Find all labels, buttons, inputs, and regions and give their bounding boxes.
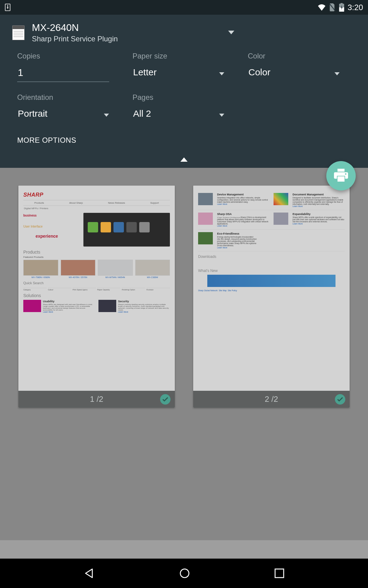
item-h: Sharp OSA [217, 213, 269, 216]
svg-rect-1 [338, 176, 345, 182]
learn-more: Learn More [43, 311, 95, 313]
color-label: Color [248, 52, 351, 60]
svg-rect-3 [275, 569, 284, 578]
quick-col: Colour [48, 288, 71, 291]
nav-item: News Releases [108, 202, 125, 204]
thumb [98, 300, 116, 312]
color-select[interactable]: Color [248, 65, 340, 81]
section-title: Quick Search [23, 281, 170, 285]
sol-h: Usability [43, 300, 95, 303]
chevron-up-icon [180, 157, 188, 163]
pages-value: All 2 [133, 108, 151, 119]
paper-size-select[interactable]: Letter [132, 65, 224, 81]
navigation-bar [0, 559, 368, 588]
quick-col: Print Speed (ppm) [73, 288, 96, 291]
hero-word: experience [36, 232, 79, 240]
quick-col: Category [23, 288, 47, 291]
svg-point-0 [345, 173, 347, 175]
quick-col: Paper Capacity [97, 288, 121, 291]
orientation-label: Orientation [17, 93, 120, 102]
hero-word: User Interface [23, 224, 79, 229]
orientation-value: Portrait [18, 108, 48, 119]
quick-col: Finishing Option [122, 288, 145, 291]
copies-field: Copies [17, 52, 120, 82]
printer-name: MX-2640N [32, 22, 118, 33]
learn-more: Learn More [293, 223, 345, 225]
collapse-handle[interactable] [0, 156, 368, 168]
item-h: Expandability [293, 213, 345, 216]
pages-select[interactable]: All 2 [132, 107, 224, 122]
sol-t: Sharp MFPs are designed with real-user f… [43, 303, 93, 311]
page-indicator: 2 /2 [265, 394, 278, 404]
item-t: Energy-saving technologies incorporated … [217, 236, 257, 247]
page-selected-check-icon[interactable] [160, 394, 171, 405]
learn-more: Learn More [217, 225, 269, 227]
thumb [23, 300, 41, 312]
preview-area: SHARP Products About Sharp News Releases… [0, 168, 368, 540]
section-title: What's New [198, 269, 345, 273]
chevron-down-icon [219, 108, 224, 119]
nav-item: Support [150, 202, 159, 204]
paper-size-label: Paper size [132, 52, 236, 60]
item-t: Seamless integration into office network… [217, 197, 268, 203]
color-value: Color [248, 67, 270, 77]
item-h: Document Management [293, 193, 345, 196]
learn-more: Learn More [217, 203, 269, 205]
clock: 3:20 [347, 3, 363, 12]
copies-label: Copies [17, 52, 120, 60]
chevron-down-icon [219, 67, 224, 77]
page-indicator: 1 /2 [90, 394, 103, 404]
home-button[interactable] [178, 567, 191, 579]
sharp-logo: SHARP [23, 192, 44, 198]
quick-col: Function [147, 288, 170, 291]
nav-item: About Sharp [69, 202, 83, 204]
learn-more: Learn More [293, 205, 345, 207]
sol-h: Security [118, 300, 170, 303]
footer-link: Site Policy [228, 289, 237, 292]
status-bar: 3:20 [0, 0, 368, 15]
page-selected-check-icon[interactable] [335, 394, 345, 405]
featured-label: Featured Products [23, 256, 170, 258]
more-options-button[interactable]: MORE OPTIONS [0, 130, 368, 156]
hero-image [83, 213, 170, 247]
paper-size-value: Letter [133, 67, 157, 77]
orientation-select[interactable]: Portrait [17, 107, 109, 122]
item-h: Device Management [217, 193, 269, 196]
page-sheet: Device ManagementSeamless integration in… [193, 186, 350, 391]
page-preview-2[interactable]: Device ManagementSeamless integration in… [193, 186, 350, 408]
learn-more: Learn More [118, 311, 170, 313]
page-indicator-bar: 2 /2 [193, 391, 350, 408]
battery-charging-icon [339, 3, 344, 12]
no-sim-icon [329, 3, 336, 11]
learn-more: Learn More [217, 247, 257, 249]
breadcrumb: Digital MFPs / Printers [23, 206, 170, 211]
pages-label: Pages [132, 93, 236, 102]
recents-button[interactable] [274, 568, 285, 579]
page-preview-1[interactable]: SHARP Products About Sharp News Releases… [18, 186, 175, 408]
chevron-down-icon [334, 67, 340, 77]
download-icon [5, 4, 10, 11]
section-title: Products [23, 250, 170, 254]
item-h: Eco-Friendliness [217, 232, 257, 235]
wifi-icon [317, 4, 326, 11]
nav-item: Products [34, 202, 44, 204]
section-title: Downloads [198, 254, 345, 259]
print-icon [334, 169, 348, 183]
print-fab[interactable] [326, 161, 356, 190]
printer-selector[interactable]: MX-2640N Sharp Print Service Plugin [0, 22, 368, 52]
footer-link: Sharp Global Network [198, 289, 218, 292]
svg-point-2 [180, 569, 189, 578]
copies-input[interactable] [17, 65, 109, 82]
chevron-down-icon [228, 30, 234, 36]
page-indicator-bar: 1 /2 [18, 391, 175, 408]
banner [207, 275, 335, 287]
item-t: Designed to facilitate document distribu… [293, 197, 343, 205]
sol-t: Sharp's industry-leading security soluti… [118, 303, 169, 311]
back-button[interactable] [83, 567, 95, 579]
page-sheet: SHARP Products About Sharp News Releases… [18, 186, 175, 391]
printer-icon [12, 25, 25, 40]
item-t: Sharp MFPs offer a wide spectrum of expa… [293, 216, 344, 223]
chevron-down-icon [104, 108, 109, 119]
footer-link: Site Map [219, 289, 227, 292]
print-settings-panel: MX-2640N Sharp Print Service Plugin Copi… [0, 15, 368, 168]
